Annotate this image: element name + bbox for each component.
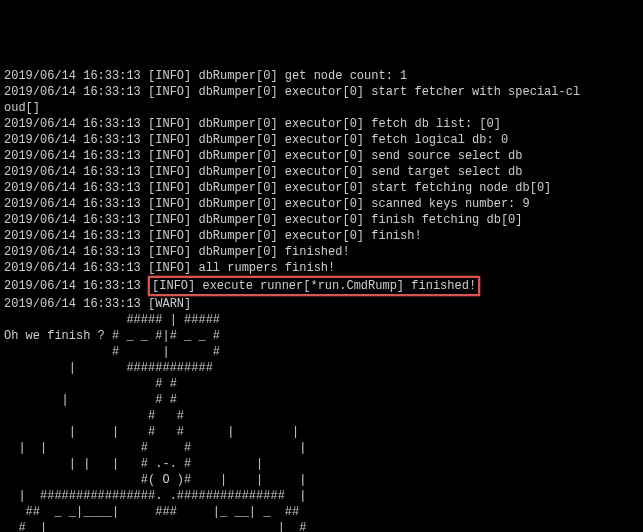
log-line: 2019/06/14 16:33:13 [INFO] dbRumper[0] g… [4, 68, 639, 84]
log-line: 2019/06/14 16:33:13 [INFO] dbRumper[0] e… [4, 196, 639, 212]
log-line: 2019/06/14 16:33:13 [INFO] dbRumper[0] f… [4, 244, 639, 260]
log-line: 2019/06/14 16:33:13 [INFO] dbRumper[0] e… [4, 116, 639, 132]
log-line: 2019/06/14 16:33:13 [INFO] dbRumper[0] e… [4, 148, 639, 164]
log-line: 2019/06/14 16:33:13 [INFO] dbRumper[0] e… [4, 84, 639, 100]
log-line-warn: 2019/06/14 16:33:13 [WARN] [4, 296, 639, 312]
log-line: oud[] [4, 100, 639, 116]
log-line: 2019/06/14 16:33:13 [INFO] dbRumper[0] e… [4, 180, 639, 196]
log-line: 2019/06/14 16:33:13 [INFO] dbRumper[0] e… [4, 212, 639, 228]
log-line: 2019/06/14 16:33:13 [INFO] dbRumper[0] e… [4, 164, 639, 180]
terminal-output: 2019/06/14 16:33:13 [INFO] dbRumper[0] g… [4, 68, 639, 532]
highlight-box: [INFO] execute runner[*run.CmdRump] fini… [148, 276, 480, 296]
log-line: 2019/06/14 16:33:13 [INFO] dbRumper[0] e… [4, 132, 639, 148]
log-line: 2019/06/14 16:33:13 [INFO] dbRumper[0] e… [4, 228, 639, 244]
log-line: 2019/06/14 16:33:13 [INFO] all rumpers f… [4, 260, 639, 276]
log-line-highlighted: 2019/06/14 16:33:13 [INFO] execute runne… [4, 276, 639, 296]
ascii-art: ##### | ##### Oh we finish ? # _ _ #|# _… [4, 312, 639, 532]
